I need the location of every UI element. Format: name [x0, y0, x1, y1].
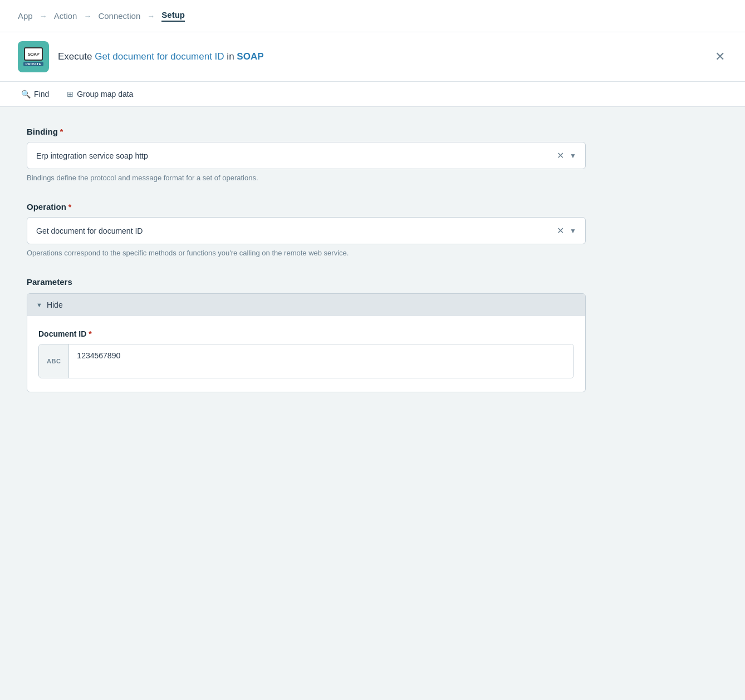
parameters-box: ▼ Hide Document ID * ABC [27, 293, 586, 392]
binding-hint: Bindings define the protocol and message… [27, 174, 586, 182]
document-id-input[interactable] [69, 344, 574, 378]
parameters-body: Document ID * ABC [27, 316, 585, 392]
document-id-required: * [89, 329, 91, 338]
binding-controls: ✕ ▼ [557, 150, 576, 161]
group-map-button[interactable]: ⊞ Group map data [63, 87, 136, 101]
find-button[interactable]: 🔍 Find [18, 87, 52, 101]
operation-select[interactable]: Get document for document ID ✕ ▼ [27, 217, 586, 244]
main-content: Binding * Erp integration service soap h… [0, 107, 612, 432]
binding-arrow-icon[interactable]: ▼ [570, 152, 576, 160]
binding-value: Erp integration service soap http [36, 151, 148, 160]
breadcrumb-arrow-1: → [40, 12, 47, 21]
soap-icon-badge: PRIVATE [23, 62, 44, 66]
binding-section: Binding * Erp integration service soap h… [27, 127, 586, 182]
breadcrumb-connection[interactable]: Connection [98, 11, 140, 21]
title-bar: SOAP PRIVATE Execute Get document for do… [0, 32, 745, 82]
title-prefix: Execute [58, 51, 92, 62]
title-service[interactable]: SOAP [237, 51, 263, 62]
soap-app-icon: SOAP PRIVATE [18, 41, 49, 72]
operation-label: Operation * [27, 202, 586, 211]
search-icon: 🔍 [21, 90, 31, 98]
operation-required: * [68, 203, 71, 211]
operation-value: Get document for document ID [36, 226, 143, 235]
group-map-icon: ⊞ [67, 90, 73, 98]
title-middle: in [227, 51, 234, 62]
operation-section: Operation * Get document for document ID… [27, 202, 586, 257]
operation-arrow-icon[interactable]: ▼ [570, 227, 576, 235]
title-left: SOAP PRIVATE Execute Get document for do… [18, 41, 264, 72]
breadcrumb-action[interactable]: Action [54, 11, 77, 21]
binding-required: * [60, 127, 63, 136]
page-title: Execute Get document for document ID in … [58, 51, 264, 62]
soap-icon-label: SOAP [24, 47, 43, 61]
parameters-section: Parameters ▼ Hide Document ID * ABC [27, 277, 586, 392]
operation-clear-icon[interactable]: ✕ [557, 225, 564, 236]
operation-hint: Operations correspond to the specific me… [27, 249, 586, 257]
group-map-label: Group map data [77, 90, 133, 98]
document-id-label: Document ID * [38, 329, 574, 338]
parameters-toggle-label: Hide [47, 300, 63, 309]
toolbar: 🔍 Find ⊞ Group map data [0, 82, 745, 107]
binding-label: Binding * [27, 127, 586, 136]
breadcrumb-app[interactable]: App [18, 11, 33, 21]
breadcrumb-arrow-3: → [147, 12, 155, 21]
operation-controls: ✕ ▼ [557, 225, 576, 236]
breadcrumb-arrow-2: → [84, 12, 91, 21]
breadcrumb-setup[interactable]: Setup [161, 10, 185, 22]
find-label: Find [34, 90, 49, 98]
document-id-prefix: ABC [39, 344, 69, 378]
binding-clear-icon[interactable]: ✕ [557, 150, 564, 161]
document-id-input-row: ABC [38, 344, 574, 378]
chevron-down-icon: ▼ [36, 302, 42, 308]
binding-select[interactable]: Erp integration service soap http ✕ ▼ [27, 142, 586, 169]
parameters-label: Parameters [27, 277, 586, 287]
title-link[interactable]: Get document for document ID [95, 51, 224, 62]
close-button[interactable]: ✕ [713, 48, 727, 65]
parameters-toggle[interactable]: ▼ Hide [27, 294, 585, 316]
breadcrumb-bar: App → Action → Connection → Setup [0, 0, 745, 32]
